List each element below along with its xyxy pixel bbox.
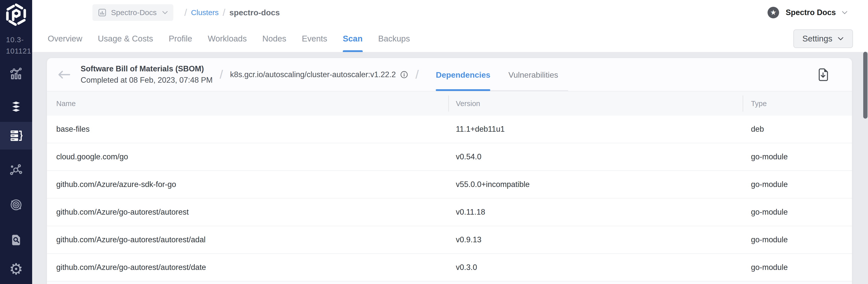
dependency-type: go-module: [743, 180, 852, 189]
server-list-icon: [9, 129, 23, 143]
download-report-icon[interactable]: [817, 68, 829, 81]
dependency-type: go-module: [743, 207, 852, 217]
dependency-type: go-module: [743, 263, 852, 272]
tab-events[interactable]: Events: [302, 25, 327, 52]
bar-chart-icon: [97, 8, 107, 17]
info-icon[interactable]: [400, 70, 408, 79]
breadcrumb: / Clusters / spectro-docs: [180, 7, 280, 18]
tab-dependencies[interactable]: Dependencies: [436, 60, 490, 90]
table-row[interactable]: github.com/Azure/go-autorest/autorest/da…: [47, 254, 852, 282]
document-search-icon: [9, 233, 23, 247]
column-header-name: Name: [47, 91, 448, 116]
sbom-completed-at: Completed at 08 Feb, 2023, 07:48 PM: [81, 75, 213, 86]
dependency-name: github.com/Azure/go-autorest/autorest: [47, 207, 448, 217]
tab-overview[interactable]: Overview: [48, 25, 82, 52]
sidebar-item-audit-logs[interactable]: [0, 226, 32, 254]
dependency-type: deb: [743, 125, 852, 134]
project-selector[interactable]: Spectro-Docs: [92, 4, 173, 21]
sidebar-item-workspaces[interactable]: [0, 156, 32, 183]
column-header-type: Type: [743, 91, 852, 116]
table-row[interactable]: github.com/Azure/go-autorest/autorest/ad…: [47, 226, 852, 254]
vertical-scrollbar-thumb[interactable]: [863, 52, 868, 119]
tab-vulnerabilities[interactable]: Vulnerabilities: [508, 60, 558, 90]
orbit-icon: [9, 198, 23, 212]
tenant-menu[interactable]: ★ Spectro Docs: [768, 7, 848, 18]
dependency-version: v55.0.0+incompatible: [448, 180, 743, 189]
tab-scan[interactable]: Scan: [343, 25, 363, 52]
image-reference: k8s.gcr.io/autoscaling/cluster-autoscale…: [230, 70, 408, 79]
table-body: base-files 11.1+deb11u1 deb cloud.google…: [47, 116, 852, 282]
back-arrow-icon[interactable]: [58, 70, 70, 79]
dependency-version: v0.3.0: [448, 263, 743, 272]
tab-usage-costs[interactable]: Usage & Costs: [98, 25, 153, 52]
scan-result-tabs: Dependencies Vulnerabilities: [436, 60, 568, 91]
breadcrumb-separator: /: [219, 7, 229, 18]
table-row[interactable]: cloud.google.com/go v0.54.0 go-module: [47, 143, 852, 171]
avatar: ★: [768, 7, 779, 18]
sidebar: 10.3- 101121: [0, 0, 32, 284]
sidebar-item-profiles[interactable]: [0, 93, 32, 121]
dependency-version: v0.9.13: [448, 235, 743, 244]
table-row[interactable]: github.com/Azure/azure-sdk-for-go v55.0.…: [47, 171, 852, 199]
sidebar-item-monitoring[interactable]: [0, 60, 32, 87]
dependency-version: v0.54.0: [448, 152, 743, 161]
tab-profile[interactable]: Profile: [169, 25, 192, 52]
sidebar-item-clusters[interactable]: [0, 122, 32, 149]
header-separator: /: [408, 67, 426, 81]
chevron-down-icon: [837, 36, 844, 41]
column-header-version: Version: [448, 91, 743, 116]
sbom-title: Software Bill of Materials (SBOM): [81, 63, 213, 75]
sbom-card: Software Bill of Materials (SBOM) Comple…: [47, 58, 852, 284]
gear-icon: ⚙: [9, 261, 23, 277]
scan-content: Software Bill of Materials (SBOM) Comple…: [32, 52, 868, 284]
chart-pulse-icon: [9, 66, 23, 81]
project-selector-label: Spectro-Docs: [111, 8, 157, 17]
header-separator: /: [213, 67, 230, 81]
dependency-name: base-files: [47, 125, 448, 134]
dependency-type: go-module: [743, 152, 852, 161]
breadcrumb-separator: /: [180, 7, 191, 18]
tab-nodes[interactable]: Nodes: [262, 25, 286, 52]
breadcrumb-current-cluster: spectro-docs: [229, 8, 280, 17]
palette-logo-icon: [4, 3, 28, 26]
dependency-name: github.com/Azure/go-autorest/autorest/ad…: [47, 235, 448, 244]
dependency-name: github.com/Azure/go-autorest/autorest/da…: [47, 263, 448, 272]
dependency-type: go-module: [743, 235, 852, 244]
cluster-tabbar: Overview Usage & Costs Profile Workloads…: [32, 25, 868, 52]
breadcrumb-clusters-link[interactable]: Clusters: [191, 8, 219, 17]
settings-button[interactable]: Settings: [794, 29, 853, 48]
tenant-menu-label: Spectro Docs: [786, 8, 836, 17]
palette-version: 10.3- 101121: [6, 34, 31, 57]
table-row[interactable]: base-files 11.1+deb11u1 deb: [47, 116, 852, 143]
dependency-version: 11.1+deb11u1: [448, 125, 743, 134]
stacked-layers-icon: [9, 100, 23, 114]
tab-backups[interactable]: Backups: [378, 25, 410, 52]
sbom-title-block: Software Bill of Materials (SBOM) Comple…: [81, 63, 213, 86]
chevron-down-icon: [162, 10, 168, 15]
dependency-name: github.com/Azure/azure-sdk-for-go: [47, 180, 448, 189]
topbar: Spectro-Docs / Clusters / spectro-docs ★…: [32, 0, 868, 25]
image-name: k8s.gcr.io/autoscaling/cluster-autoscale…: [230, 70, 396, 79]
sidebar-item-registries[interactable]: [0, 191, 32, 219]
table-header: Name Version Type: [47, 91, 852, 116]
network-nodes-icon: [9, 162, 23, 177]
sbom-card-header: Software Bill of Materials (SBOM) Comple…: [47, 58, 852, 91]
settings-button-label: Settings: [802, 34, 832, 44]
sidebar-item-settings[interactable]: ⚙: [0, 255, 32, 283]
star-icon: ★: [770, 9, 777, 16]
tab-workloads[interactable]: Workloads: [208, 25, 247, 52]
table-row[interactable]: github.com/Azure/go-autorest/autorest v0…: [47, 199, 852, 226]
dependency-name: cloud.google.com/go: [47, 152, 448, 161]
chevron-down-icon: [841, 10, 848, 15]
cluster-tabs: Overview Usage & Costs Profile Workloads…: [48, 25, 410, 52]
dependency-version: v0.11.18: [448, 207, 743, 217]
